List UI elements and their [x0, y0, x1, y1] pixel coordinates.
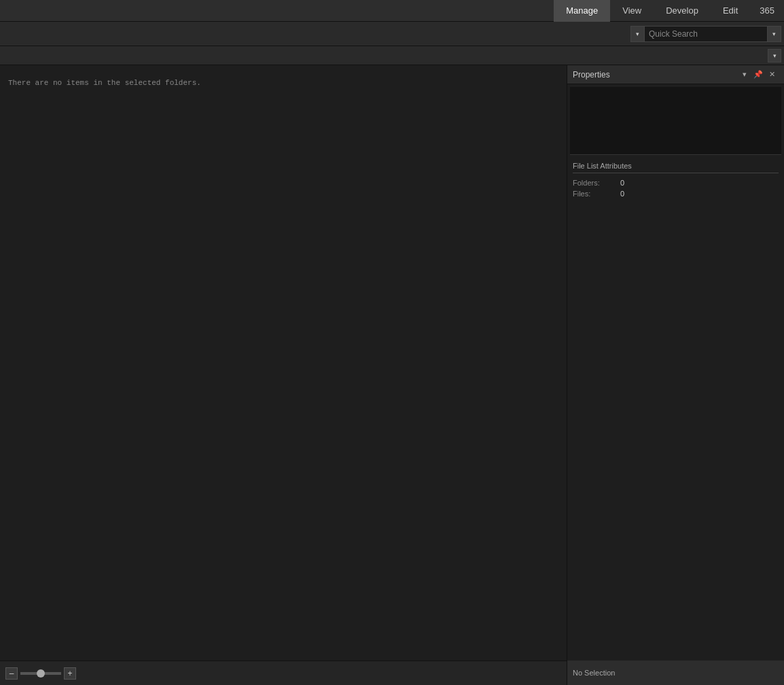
properties-pin-button[interactable]: 📌 — [751, 68, 765, 82]
chevron-down-icon — [636, 31, 639, 37]
top-nav-bar: Manage View Develop Edit 365 — [0, 0, 784, 22]
search-container — [630, 26, 781, 42]
nav-tab-develop[interactable]: Develop — [654, 0, 711, 22]
preview-area — [570, 87, 781, 155]
chevron-down-icon — [772, 31, 776, 37]
file-list-attributes-title: File List Attributes — [573, 162, 779, 170]
secondary-toolbar — [0, 46, 784, 65]
right-panel: Properties ▾ 📌 ✕ File List Attributes Fo… — [567, 65, 784, 661]
zoom-in-button[interactable]: + — [64, 667, 76, 680]
pin-icon: 📌 — [753, 70, 763, 79]
status-bar: – + No Selection — [0, 661, 784, 685]
properties-title: Properties — [573, 70, 738, 80]
main-toolbar — [0, 22, 784, 46]
sort-options-button[interactable] — [768, 49, 781, 63]
nav-tab-view[interactable]: View — [610, 0, 654, 22]
properties-dropdown-button[interactable]: ▾ — [738, 68, 751, 82]
nav-tab-365[interactable]: 365 — [750, 0, 784, 22]
files-row: Files: 0 — [573, 190, 779, 198]
chevron-down-icon — [773, 52, 777, 59]
folders-row: Folders: 0 — [573, 179, 779, 187]
search-options-button[interactable] — [767, 27, 781, 41]
files-label: Files: — [573, 190, 620, 198]
close-icon: ✕ — [769, 70, 775, 79]
content-area: There are no items in the selected folde… — [0, 65, 567, 661]
file-list-attributes-header: File List Attributes — [573, 162, 779, 173]
main-layout: There are no items in the selected folde… — [0, 65, 784, 661]
zoom-slider[interactable] — [20, 672, 61, 675]
zoom-out-button[interactable]: – — [5, 667, 18, 680]
search-filter-dropdown[interactable] — [631, 27, 645, 41]
zoom-controls: – + — [5, 667, 76, 680]
dropdown-icon: ▾ — [743, 70, 747, 79]
empty-message: There are no items in the selected folde… — [8, 79, 201, 87]
files-value: 0 — [620, 190, 624, 198]
folders-value: 0 — [620, 179, 624, 187]
properties-header: Properties ▾ 📌 ✕ — [567, 65, 784, 84]
selection-status: No Selection — [567, 661, 784, 685]
nav-tab-manage[interactable]: Manage — [554, 0, 610, 22]
selection-text: No Selection — [573, 669, 615, 677]
file-list-attributes: File List Attributes Folders: 0 Files: 0 — [567, 158, 784, 205]
properties-close-button[interactable]: ✕ — [765, 68, 779, 82]
folders-label: Folders: — [573, 179, 620, 187]
quick-search-input[interactable] — [645, 27, 767, 41]
nav-tab-edit[interactable]: Edit — [711, 0, 750, 22]
